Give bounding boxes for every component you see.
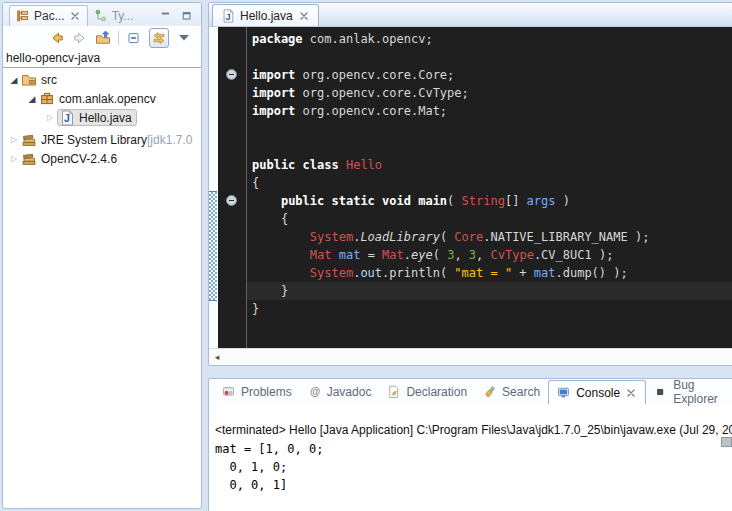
code-line: Mat mat = Mat.eye( 3, 3, CvType.CV_8UC1 … bbox=[247, 246, 732, 264]
link-with-editor-button[interactable] bbox=[149, 28, 169, 48]
library-icon bbox=[21, 151, 37, 167]
svg-text:J: J bbox=[64, 112, 70, 124]
fold-collapse-icon[interactable] bbox=[226, 69, 237, 80]
code-line: import org.opencv.core.Core; bbox=[247, 66, 732, 84]
go-into-button[interactable] bbox=[95, 30, 111, 46]
bug-square-icon bbox=[654, 385, 668, 399]
tree-item-label: com.anlak.opencv bbox=[59, 92, 156, 106]
tree-selection: JHello.java bbox=[57, 109, 137, 126]
tab-label: Declaration bbox=[406, 385, 467, 399]
tab-bug-explorer[interactable]: Bug Explorer bbox=[646, 380, 726, 404]
code-line: public class Hello bbox=[247, 156, 732, 174]
editor-tabbar: J Hello.java bbox=[209, 3, 732, 27]
fold-collapse-icon[interactable] bbox=[226, 195, 237, 206]
declaration-icon bbox=[387, 385, 401, 399]
code-line: import org.opencv.core.Mat; bbox=[247, 102, 732, 120]
code-line bbox=[247, 48, 732, 66]
tab-hello-java[interactable]: J Hello.java bbox=[212, 4, 319, 26]
tree-item-label: Hello.java bbox=[79, 111, 132, 125]
code-line bbox=[247, 138, 732, 156]
tree-item-opencv-2-4-6[interactable]: ▷OpenCV-2.4.6 bbox=[3, 149, 201, 168]
tree-item-com-anlak-opencv[interactable]: ◢com.anlak.opencv bbox=[3, 89, 201, 108]
tab-package-explorer[interactable]: Pac... bbox=[9, 5, 88, 26]
javadoc-icon: @ bbox=[308, 385, 322, 399]
go-into-icon bbox=[95, 30, 111, 46]
tab-console[interactable]: Console bbox=[548, 380, 646, 404]
collapse-all-icon bbox=[126, 30, 142, 46]
tab-search[interactable]: Search bbox=[475, 380, 548, 404]
collapse-arrow-icon[interactable]: ◢ bbox=[25, 94, 39, 104]
back-icon bbox=[49, 30, 65, 46]
code-line: System.out.println( "mat = " + mat.dump(… bbox=[247, 264, 732, 282]
collapse-arrow-icon[interactable]: ◢ bbox=[7, 75, 21, 85]
console-view: <terminated> Hello [Java Application] C:… bbox=[209, 404, 732, 494]
java-file-icon: J bbox=[59, 110, 75, 126]
problems-icon bbox=[222, 385, 236, 399]
search-icon bbox=[483, 385, 497, 399]
tree-item-label: src bbox=[41, 73, 57, 87]
left-view-tabbar: Pac... Ty... bbox=[3, 3, 201, 26]
code-line: System.LoadLibrary( Core.NATIVE_LIBRARY_… bbox=[247, 228, 732, 246]
code-line: { bbox=[247, 174, 732, 192]
console-panel: Problems@JavadocDeclarationSearchConsole… bbox=[208, 378, 732, 511]
code-line: import org.opencv.core.CvType; bbox=[247, 84, 732, 102]
tree-item-label: JRE System Library bbox=[41, 133, 147, 147]
editor-body: package com.anlak.opencv;import org.open… bbox=[209, 27, 732, 348]
console-status-line: <terminated> Hello [Java Application] C:… bbox=[215, 423, 732, 437]
tab-javadoc[interactable]: @Javadoc bbox=[300, 380, 380, 404]
tab-bug[interactable]: Bug bbox=[726, 380, 732, 404]
expand-arrow-icon[interactable]: ▷ bbox=[43, 113, 57, 122]
close-icon[interactable] bbox=[298, 10, 310, 22]
maximize-icon[interactable] bbox=[181, 10, 193, 22]
tab-type-hierarchy-label: Ty... bbox=[112, 9, 134, 23]
forward-icon bbox=[72, 30, 88, 46]
svg-text:@: @ bbox=[310, 385, 320, 397]
console-toolbar-fragment bbox=[721, 437, 732, 447]
tree-root-project[interactable]: hello-opencv-java bbox=[3, 51, 201, 66]
tree-item-src[interactable]: ◢src bbox=[3, 70, 201, 89]
editor-tab-label: Hello.java bbox=[240, 9, 293, 23]
tree-item-decoration: [jdk1.7.0 bbox=[147, 133, 192, 147]
range-indicator bbox=[209, 191, 217, 301]
back-button[interactable] bbox=[49, 30, 65, 46]
tree-item-label: OpenCV-2.4.6 bbox=[41, 152, 117, 166]
toolbar-separator bbox=[118, 31, 119, 45]
tab-declaration[interactable]: Declaration bbox=[379, 380, 475, 404]
code-editor[interactable]: package com.anlak.opencv;import org.open… bbox=[247, 27, 732, 348]
package-icon bbox=[39, 91, 55, 107]
code-line: { bbox=[247, 210, 732, 228]
code-line: package com.anlak.opencv; bbox=[247, 30, 732, 48]
collapse-all-button[interactable] bbox=[126, 30, 142, 46]
tab-label: Console bbox=[576, 386, 620, 400]
svg-text:J: J bbox=[225, 11, 230, 21]
tree-separator bbox=[3, 67, 201, 68]
expand-arrow-icon[interactable]: ▷ bbox=[7, 154, 21, 163]
code-line-current: } bbox=[247, 282, 732, 300]
package-explorer-panel: Pac... Ty... hello-opencv-java ◢src◢com.… bbox=[2, 2, 202, 509]
tab-label: Javadoc bbox=[327, 385, 372, 399]
tab-type-hierarchy[interactable]: Ty... bbox=[88, 5, 140, 26]
scroll-left-arrow-icon[interactable]: ◂ bbox=[209, 349, 225, 365]
package-explorer-toolbar bbox=[3, 26, 201, 50]
expand-arrow-icon[interactable]: ▷ bbox=[7, 135, 21, 144]
tab-label: Problems bbox=[241, 385, 292, 399]
tree-item-hello-java[interactable]: ▷JHello.java bbox=[3, 108, 201, 127]
link-with-editor-icon bbox=[151, 30, 167, 46]
view-menu-icon bbox=[176, 30, 192, 46]
code-line: public static void main( String[] args ) bbox=[247, 192, 732, 210]
console-output: mat = [1, 0, 0; 0, 1, 0; 0, 0, 1] bbox=[215, 440, 732, 494]
eclipse-workbench: Pac... Ty... hello-opencv-java ◢src◢com.… bbox=[0, 0, 732, 511]
forward-button[interactable] bbox=[72, 30, 88, 46]
horizontal-scrollbar[interactable]: ◂ bbox=[209, 348, 732, 365]
minimize-icon[interactable] bbox=[160, 10, 172, 22]
package-explorer-icon bbox=[16, 9, 30, 23]
close-icon[interactable] bbox=[625, 387, 637, 399]
tab-problems[interactable]: Problems bbox=[214, 380, 300, 404]
annotation-ruler[interactable] bbox=[209, 27, 218, 348]
tree-item-jre-system-library[interactable]: ▷JRE System Library [jdk1.7.0 bbox=[3, 130, 201, 149]
folding-ruler[interactable] bbox=[218, 27, 247, 348]
view-menu-button[interactable] bbox=[176, 30, 192, 46]
project-tree[interactable]: hello-opencv-java ◢src◢com.anlak.opencv▷… bbox=[3, 50, 201, 168]
close-icon[interactable] bbox=[69, 10, 81, 22]
package-folder-icon bbox=[21, 72, 37, 88]
